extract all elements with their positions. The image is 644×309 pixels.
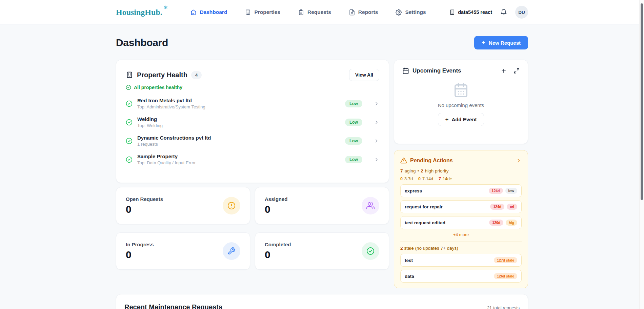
chevron-right-icon (374, 157, 379, 162)
bucket-7-14d: 07-14d (418, 177, 433, 181)
check-circle-icon (126, 119, 133, 126)
check-circle-icon (362, 242, 379, 260)
view-all-button[interactable]: View All (349, 69, 379, 81)
check-circle-icon (126, 85, 131, 90)
report-icon (349, 9, 355, 16)
aging-count: 7 (400, 168, 403, 173)
age-badge: 124d (490, 204, 504, 210)
stat-value: 0 (265, 249, 291, 261)
property-subtitle: Top: Administrative/System Testing (137, 104, 340, 109)
stale-item[interactable]: test 127d stale (400, 254, 522, 267)
stale-label: stale (no updates 7+ days) (404, 246, 458, 251)
stale-badge: 127d stale (494, 257, 517, 263)
stat-label: Assigned (265, 196, 288, 202)
property-name: Dynamic Constructions pvt ltd (137, 135, 340, 141)
new-request-label: New Request (489, 40, 521, 46)
add-event-plus-icon[interactable] (501, 68, 507, 74)
pending-item-name: express (405, 188, 422, 193)
stat-completed: Completed 0 (255, 232, 389, 270)
priority-badge: hig (506, 220, 517, 226)
stale-count: 2 (400, 246, 403, 251)
page-title: Dashboard (116, 37, 168, 48)
app-logo[interactable]: HousingHub. ✻ (116, 8, 167, 17)
add-event-button[interactable]: + Add Event (438, 113, 484, 126)
property-health-card: Property Health 4 View All All propertie… (116, 60, 389, 183)
pending-actions-header[interactable]: Pending Actions (400, 157, 522, 164)
workspace-selector[interactable]: data5455 react (449, 9, 492, 15)
property-name: Sample Property (137, 153, 340, 159)
property-row[interactable]: Dynamic Constructions pvt ltd 1 requests… (126, 135, 379, 147)
check-circle-icon (126, 138, 133, 144)
recent-requests-total: 21 total requests (487, 305, 520, 309)
notifications-bell-icon[interactable] (500, 9, 507, 16)
pending-item-name: test request edited (405, 220, 445, 225)
property-row[interactable]: Red Iron Metals pvt ltd Top: Administrat… (126, 98, 379, 109)
nav-reports-label: Reports (358, 9, 378, 15)
age-badge: 120d (489, 220, 503, 226)
plus-icon: + (482, 40, 485, 46)
chevron-right-icon (516, 158, 522, 164)
stat-assigned: Assigned 0 (255, 187, 389, 224)
chevron-right-icon (374, 138, 379, 144)
gear-icon (396, 9, 402, 16)
property-name: Welding (137, 116, 340, 122)
pending-item[interactable]: request for repair 124d cri (400, 200, 522, 213)
property-health-status-text: All properties healthy (134, 85, 182, 90)
scrollbar-thumb[interactable] (641, 3, 643, 200)
property-subtitle: 1 requests (137, 142, 340, 147)
scrollbar[interactable] (639, 0, 644, 309)
check-circle-icon (126, 100, 133, 107)
property-health-count-badge: 4 (191, 71, 202, 79)
nav-requests[interactable]: Requests (298, 9, 331, 16)
property-row[interactable]: Welding Top: Welding Low (126, 116, 379, 128)
show-more-link[interactable]: +4 more (400, 232, 522, 237)
aging-buckets: 03-7d 07-14d 714d+ (400, 177, 522, 181)
calendar-icon (402, 67, 409, 74)
risk-badge: Low (345, 100, 362, 107)
aging-label: aging (405, 168, 416, 173)
main-nav: Dashboard Properties Requests Reports (190, 9, 426, 16)
stale-item-name: test (405, 258, 413, 263)
pending-item[interactable]: test request edited 120d hig (400, 216, 522, 229)
stats-grid: Open Requests 0 Assigned 0 (116, 187, 389, 270)
pending-actions-card: Pending Actions 7 aging • 2 high priorit… (394, 150, 528, 288)
nav-properties[interactable]: Properties (245, 9, 280, 16)
stale-item[interactable]: data 126d stale (400, 270, 522, 283)
priority-badge: low (505, 188, 518, 194)
pending-item[interactable]: express 124d low (400, 184, 522, 197)
nav-settings[interactable]: Settings (396, 9, 426, 16)
workspace-name: data5455 react (458, 9, 492, 15)
property-health-building-icon (126, 71, 133, 79)
plus-icon: + (445, 117, 448, 122)
stat-in-progress: In Progress 0 (116, 232, 250, 270)
new-request-button[interactable]: + New Request (474, 36, 528, 49)
pending-item-name: request for repair (405, 204, 443, 209)
workspace-building-icon (449, 9, 455, 15)
upcoming-events-title: Upcoming Events (412, 67, 461, 74)
property-row[interactable]: Sample Property Top: Data Quality / Inpu… (126, 153, 379, 165)
nav-dashboard[interactable]: Dashboard (190, 9, 227, 16)
bucket-3-7d: 03-7d (400, 177, 413, 181)
add-event-label: Add Event (451, 117, 477, 122)
nav-dashboard-label: Dashboard (200, 9, 227, 15)
stat-open-requests: Open Requests 0 (116, 187, 250, 224)
user-avatar[interactable]: DU (515, 6, 528, 19)
nav-reports[interactable]: Reports (349, 9, 378, 16)
empty-calendar-icon (453, 82, 469, 98)
logo-sparkle-icon: ✻ (164, 5, 168, 10)
high-priority-count: 2 (421, 168, 423, 173)
right-column: Upcoming Events No upcoming event (394, 60, 528, 288)
left-column: Property Health 4 View All All propertie… (116, 60, 389, 270)
property-subtitle: Top: Data Quality / Input Error (137, 160, 340, 165)
alert-circle-icon (223, 197, 240, 214)
top-navbar: HousingHub. ✻ Dashboard Properties Req (0, 0, 644, 24)
expand-icon[interactable] (514, 68, 520, 74)
high-priority-label: high priority (425, 168, 449, 173)
risk-badge: Low (345, 156, 362, 163)
dashboard-main: Dashboard + New Request Property Health … (116, 24, 528, 309)
recent-requests-section: Recent Maintenance Requests 21 total req… (116, 294, 528, 309)
pending-aging-summary: 7 aging • 2 high priority (400, 168, 522, 173)
divider (400, 242, 522, 242)
home-icon (190, 9, 197, 16)
chevron-right-icon (374, 120, 379, 125)
